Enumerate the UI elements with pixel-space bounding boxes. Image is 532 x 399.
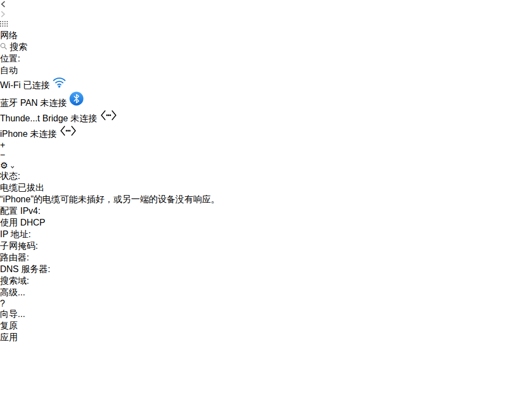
wifi-icon [52,80,66,90]
add-service-button[interactable]: + [0,140,532,150]
configure-ipv4-select[interactable]: 使用 DHCP [0,217,532,229]
ip-address-label: IP 地址: [0,229,532,241]
location-label: 位置: [0,53,532,65]
service-status: 未连接 [40,98,67,108]
status-label: 状态: [0,171,532,182]
bridge-icon [100,114,117,123]
popup-stepper-icon [48,218,54,227]
revert-button[interactable]: 复原 [0,320,532,332]
service-status: 未连接 [30,129,57,139]
service-row-wifi[interactable]: Wi-Fi 已连接 [0,76,532,91]
service-name: 蓝牙 PAN [0,98,38,108]
router-label: 路由器: [0,252,532,264]
grid-icon [0,21,8,28]
subnet-mask-label: 子网掩码: [0,241,532,252]
services-list: Wi-Fi 已连接 蓝牙 P [0,76,532,171]
bridge-icon [59,129,77,139]
assist-me-button[interactable]: 向导... [0,309,532,320]
history-nav [0,0,532,20]
services-list-toolbar: + − ⚙ [0,140,532,171]
service-name: Wi-Fi [0,80,21,90]
configure-ipv4-value: 使用 DHCP [0,218,45,227]
configure-ipv4-label: 配置 IPv4: [0,206,532,217]
advanced-button[interactable]: 高级... [0,287,532,299]
status-description: “iPhone”的电缆可能未插好，或另一端的设备没有响应。 [0,194,532,206]
network-preferences-window: 网络 搜索 位置: 自动 Wi-Fi 已连接 [0,0,532,344]
search-domains-label: 搜索域: [0,275,532,287]
dns-server-label: DNS 服务器: [0,264,532,275]
window-title: 网络 [0,30,532,42]
service-name: Thunde...t Bridge [0,114,68,123]
service-detail-panel: 状态: 电缆已拔出 “iPhone”的电缆可能未插好，或另一端的设备没有响应。 … [0,171,532,309]
service-row-iphone[interactable]: iPhone 未连接 [0,125,532,140]
service-status: 已连接 [23,80,50,90]
actions-menu-button[interactable]: ⚙ [0,160,532,171]
chevron-down-icon [11,166,14,168]
location-select[interactable]: 自动 [0,65,532,76]
service-row-thunderbolt-bridge[interactable]: Thunde...t Bridge 未连接 [0,109,532,125]
show-all-button[interactable] [0,20,532,30]
status-value: 电缆已拔出 [0,182,532,194]
gear-icon: ⚙ [0,161,8,170]
window-titlebar: 网络 搜索 [0,0,532,53]
chevron-right-icon [0,11,6,18]
location-value: 自动 [0,65,18,75]
search-icon [0,43,7,50]
service-row-bluetooth-pan[interactable]: 蓝牙 PAN 未连接 [0,91,532,109]
desktop: 网络 搜索 位置: 自动 Wi-Fi 已连接 [0,0,532,399]
back-button[interactable] [0,0,532,10]
chevron-left-icon [0,1,6,8]
forward-button-disabled [0,10,532,20]
search-input[interactable]: 搜索 [0,42,532,53]
service-status: 未连接 [70,114,97,123]
search-placeholder: 搜索 [9,42,27,52]
service-name: iPhone [0,129,28,139]
help-button[interactable]: ? [0,299,532,309]
apply-button[interactable]: 应用 [0,332,532,344]
popup-stepper-icon [20,65,27,75]
remove-service-button[interactable]: − [0,150,532,160]
bluetooth-icon [69,98,84,108]
